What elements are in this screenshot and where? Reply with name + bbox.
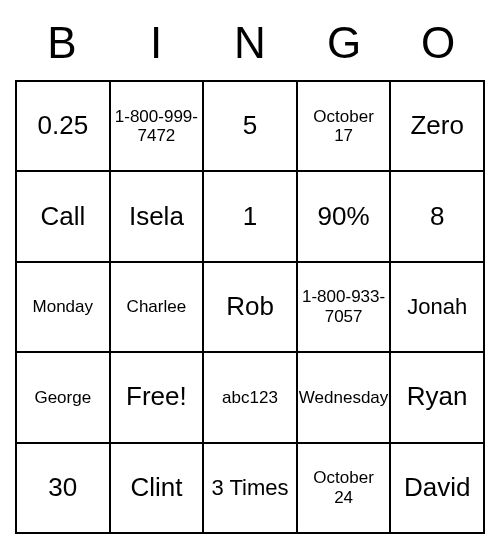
header-i: I (109, 10, 203, 76)
bingo-cell[interactable]: October 24 (297, 443, 391, 533)
bingo-cell[interactable]: Jonah (390, 262, 484, 352)
header-n: N (203, 10, 297, 76)
header-b: B (15, 10, 109, 76)
bingo-cell[interactable]: 8 (390, 171, 484, 261)
bingo-cell[interactable]: 1-800-933-7057 (297, 262, 391, 352)
bingo-cell[interactable]: 30 (16, 443, 110, 533)
bingo-cell[interactable]: Isela (110, 171, 204, 261)
bingo-header: B I N G O (15, 10, 485, 76)
bingo-cell[interactable]: October 17 (297, 81, 391, 171)
bingo-cell[interactable]: Monday (16, 262, 110, 352)
bingo-cell[interactable]: 0.25 (16, 81, 110, 171)
bingo-cell[interactable]: 5 (203, 81, 297, 171)
bingo-cell[interactable]: David (390, 443, 484, 533)
bingo-cell[interactable]: 1-800-999-7472 (110, 81, 204, 171)
bingo-cell[interactable]: Rob (203, 262, 297, 352)
bingo-cell[interactable]: 1 (203, 171, 297, 261)
bingo-cell[interactable]: Clint (110, 443, 204, 533)
bingo-cell[interactable]: Ryan (390, 352, 484, 442)
bingo-grid: 0.25 1-800-999-7472 5 October 17 Zero Ca… (15, 80, 485, 534)
bingo-cell[interactable]: 90% (297, 171, 391, 261)
bingo-cell[interactable]: Zero (390, 81, 484, 171)
bingo-cell[interactable]: 3 Times (203, 443, 297, 533)
bingo-cell[interactable]: Call (16, 171, 110, 261)
bingo-cell[interactable]: George (16, 352, 110, 442)
header-g: G (297, 10, 391, 76)
bingo-cell[interactable]: abc123 (203, 352, 297, 442)
bingo-cell-free[interactable]: Free! (110, 352, 204, 442)
header-o: O (391, 10, 485, 76)
bingo-cell[interactable]: Wednesday (297, 352, 391, 442)
bingo-cell[interactable]: Charlee (110, 262, 204, 352)
